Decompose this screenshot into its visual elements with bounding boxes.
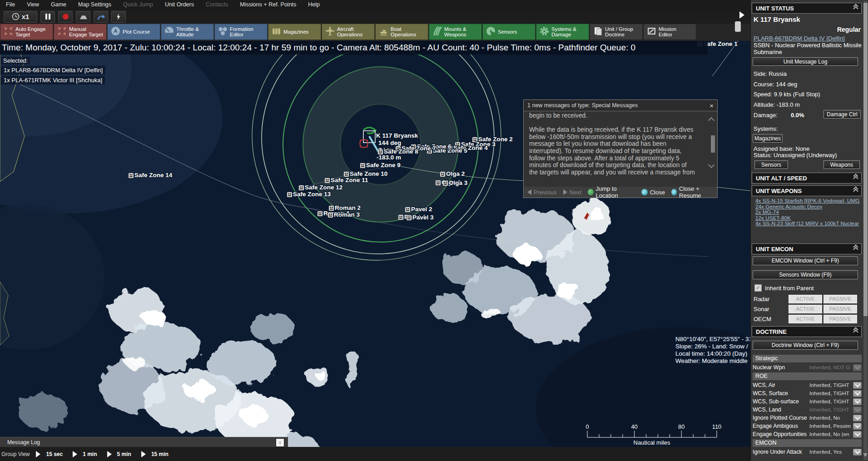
doctrine-window-button[interactable]: Doctrine Window (Ctrl + F9) [753, 341, 858, 350]
inherit-from-parent-row[interactable]: ✓ Inherit from Parent [754, 284, 814, 292]
toolbar-auto-engage-target-button[interactable]: Auto Engage Target [0, 24, 53, 40]
selected-unit-item[interactable]: 1x PLARB-667BDRM Delta IV [Delfin] [1, 66, 105, 74]
chevron-down-icon[interactable] [853, 431, 862, 438]
menu-item-file[interactable]: File [0, 0, 21, 10]
menu-item-game[interactable]: Game [45, 0, 72, 10]
toolbar-mission-editor-button[interactable]: Mission Editor [643, 24, 696, 40]
map-label[interactable]: Safe Zone 10 [350, 170, 387, 177]
time-compression-button[interactable]: x1 [4, 11, 37, 23]
time-step-15-min[interactable]: 15 min [141, 451, 169, 457]
toolbar-formation-editor-button[interactable]: Formation Editor [214, 24, 268, 40]
menu-item-unit-orders[interactable]: Unit Orders [159, 0, 200, 10]
selected-unit-item[interactable]: 1x PLA-671RTMK Victor III [Shchuka] [1, 76, 105, 84]
menu-item-map-settings[interactable]: Map Settings [72, 0, 117, 10]
doctrine-row-value: Inherited, TIGHT [809, 398, 852, 405]
platform-button[interactable] [76, 11, 90, 23]
time-step-5-min[interactable]: 5 min [107, 451, 131, 457]
toolbar-throttle-altitude-button[interactable]: Throttle & Altitude [161, 24, 214, 40]
jump-to-location-button[interactable]: Jump to Location [588, 185, 635, 199]
popup-title-bar[interactable]: 1 new messages of type: Special Messages… [524, 100, 717, 111]
emcon-active-button[interactable]: ACTIVE [789, 295, 822, 303]
close-icon[interactable]: × [709, 102, 714, 109]
sensors-button[interactable]: Sensors [754, 160, 788, 169]
sensors-window-button[interactable]: Sensors Window (F9) [753, 270, 858, 279]
toolbar-systems-damage-button[interactable]: Systems & Damage [536, 24, 589, 40]
sidebar-expand-arrow[interactable] [739, 11, 744, 19]
menu-item-missions-ref-points[interactable]: Missions + Ref. Points [234, 0, 302, 10]
pulse-button[interactable] [111, 11, 126, 23]
record-button[interactable] [58, 11, 73, 23]
menu-item-view[interactable]: View [21, 0, 45, 10]
chevron-down-icon[interactable] [853, 382, 862, 389]
toolbar-magazines-button[interactable]: Magazines [268, 24, 321, 40]
boat-icon [378, 26, 389, 38]
map-label[interactable]: Pavel 2 [411, 206, 432, 213]
map-label[interactable]: Safe Zone 13 [293, 191, 331, 198]
map-label[interactable]: Olga 2 [446, 170, 465, 177]
jump-button[interactable] [94, 11, 108, 23]
popup-scrollbar-thumb[interactable] [711, 135, 715, 153]
toolbar-button-label: Mission Editor [659, 26, 676, 38]
toolbar-sensors-button[interactable]: Sensors [482, 24, 536, 40]
map-label[interactable]: Safe Zone 11 [331, 177, 368, 183]
emcon-passive-button[interactable]: PASSIVE [823, 315, 857, 323]
toolbar-mounts-weapons-button[interactable]: Mounts & Weapons [429, 24, 482, 40]
map-label[interactable]: Roman 3 [334, 211, 360, 218]
unit-message-log-button[interactable]: Unit Message Log [753, 57, 858, 66]
map-label[interactable]: Safe Zone 9 [366, 162, 401, 169]
unit-alt-speed-header[interactable]: UNIT ALT / SPEED [752, 173, 862, 183]
toolbar-unit-group-doctrine-button[interactable]: Unit / Group Doctrine [590, 24, 643, 40]
previous-button[interactable]: Previous [527, 189, 557, 196]
chevron-down-icon[interactable] [853, 398, 862, 405]
emcon-active-button[interactable]: ACTIVE [789, 305, 822, 313]
map-label[interactable]: Olga 3 [449, 179, 468, 186]
toolbar-aircraft-operations-button[interactable]: Aircraft Operations [322, 24, 375, 40]
map-label[interactable]: Safe Zone 1 [703, 40, 738, 47]
map-label[interactable]: Safe Zone 12 [305, 184, 342, 191]
weapon-link[interactable]: 2x MG-74 [755, 209, 861, 215]
weapons-button[interactable]: Weapons [823, 160, 860, 169]
sidebar-scrollbar-thumb[interactable] [863, 3, 868, 316]
scrollbar-down-icon[interactable] [863, 453, 868, 457]
unit-class-link[interactable]: PLARB-667BDRM Delta IV [Delfin] [754, 35, 845, 42]
magazines-button[interactable]: Magazines [753, 134, 783, 143]
chevron-down-icon[interactable] [853, 390, 862, 397]
emcon-passive-button[interactable]: PASSIVE [823, 295, 857, 303]
message-log-bar[interactable]: Message Log ↑ [0, 437, 288, 447]
weapon-link[interactable]: 12x USET-80K [755, 215, 861, 221]
emcon-passive-button[interactable]: PASSIVE [823, 305, 857, 313]
splitter-handle[interactable] [735, 21, 741, 32]
damage-ctrl-button[interactable]: Damage Ctrl [823, 110, 861, 119]
emcon-active-button[interactable]: ACTIVE [789, 315, 822, 323]
close-button[interactable]: ✓Close [641, 189, 665, 196]
map-label[interactable]: Pavel 3 [412, 214, 434, 221]
menu-item-help[interactable]: Help [302, 0, 326, 10]
map-label[interactable]: Safe Zone 8 [384, 148, 418, 155]
weapon-link[interactable]: 4x SS-N-23 Skiff [12 MIRV x 100kT Nuclea… [755, 221, 861, 227]
unit-status-header[interactable]: UNIT STATUS [752, 3, 862, 14]
map-label[interactable]: Safe Zone 14 [134, 172, 173, 178]
toolbar-plot-course-button[interactable]: Plot Course [107, 24, 160, 40]
pause-icon [45, 14, 50, 20]
map-canvas[interactable]: K 117 Bryansk144 deg7 kts-183.0 m Safe Z… [0, 0, 750, 461]
weapon-link[interactable]: 4x SS-N-15 Starfish [RPK-6 Vodopad, UMG [755, 198, 861, 204]
time-step-1-min[interactable]: 1 min [73, 451, 97, 457]
close-resume-button[interactable]: ✓Close + Resume [671, 185, 717, 199]
assigned-base-label: Assigned base: None [754, 145, 810, 152]
expand-up-icon[interactable]: ↑ [276, 438, 284, 447]
doctrine-header[interactable]: DOCTRINE [752, 326, 862, 337]
weapon-link[interactable]: 24x Generic Acoustic Decoy [755, 204, 861, 210]
emcon-window-button[interactable]: EMCON Window (Ctrl + F9) [753, 256, 858, 265]
chevron-down-icon[interactable] [853, 415, 862, 421]
unit-emcon-header[interactable]: UNIT EMCON [752, 243, 862, 254]
checkbox-checked-icon[interactable]: ✓ [754, 284, 762, 292]
time-step-15-sec[interactable]: 15 sec [36, 451, 63, 457]
menu-item-contacts: Contacts [200, 0, 234, 10]
chevron-down-icon[interactable] [853, 449, 862, 456]
toolbar-boat-operations-button[interactable]: Boat Operations [375, 24, 428, 40]
chevron-down-icon[interactable] [853, 423, 862, 430]
toolbar-manual-engage-target-button[interactable]: Manual Engage Target [54, 24, 107, 40]
pause-button[interactable] [40, 11, 55, 23]
next-button[interactable]: Next [563, 189, 582, 196]
unit-weapons-header[interactable]: UNIT WEAPONS [752, 185, 862, 196]
